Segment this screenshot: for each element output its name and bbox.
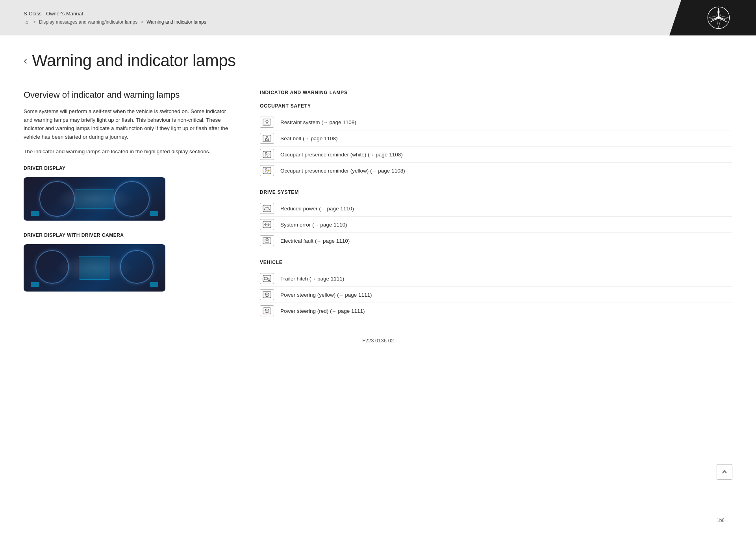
reduced-power-icon [260,203,274,214]
list-item: Restraint system (→ page 1108) [260,114,732,130]
power-steering-yellow-text: Power steering (yellow) (→ page 1111) [280,292,372,298]
svg-point-9 [266,136,268,138]
overview-heading: Overview of indicator and warning lamps [24,90,228,100]
electrical-fault-text: Electrical fault (→ page 1110) [280,238,350,244]
occupant-safety-title: OCCUPANT SAFETY [260,103,732,109]
occupant-safety-list: Restraint system (→ page 1108) Seat belt… [260,114,732,178]
power-steering-red-icon [260,305,274,316]
chevron-up-icon [722,469,727,475]
svg-rect-10 [263,151,271,158]
breadcrumb-sep-1: > [33,19,36,25]
svg-point-12 [268,154,269,155]
svg-point-31 [267,294,268,295]
mercedes-star-icon [707,6,730,30]
indicator-right-2-icon [150,282,158,287]
vehicle-title: VEHICLE [260,260,732,265]
restraint-text: Restraint system (→ page 1108) [280,119,356,125]
svg-rect-13 [263,167,271,174]
gauge-right-2-icon [120,250,154,284]
right-main-title: INDICATOR AND WARNING LAMPS [260,90,732,95]
trailer-hitch-text: Trailer hitch (→ page 1111) [280,276,344,282]
list-item: Power steering (red) (→ page 1111) [260,303,732,319]
svg-point-15 [268,170,269,171]
left-column: Overview of indicator and warning lamps … [24,90,228,330]
svg-point-11 [265,152,267,154]
svg-rect-6 [263,119,271,125]
description-paragraph-2: The indicator and warning lamps are loca… [24,147,228,156]
gauge-left-2-icon [35,250,69,284]
center-display-icon [75,189,114,209]
occupant-presence-white-text: Occupant presence reminder (white) (→ pa… [280,152,403,158]
occupant-presence-white-icon [260,149,274,160]
power-steering-yellow-icon [260,289,274,300]
page-number: 1b6 [717,518,724,523]
list-item: Power steering (yellow) (→ page 1111) [260,287,732,303]
driver-display-camera-image [24,244,165,292]
trailer-hitch-icon [260,273,274,284]
driver-display-camera-label: DRIVER DISPLAY WITH DRIVER CAMERA [24,232,228,238]
page-title-row: ‹ Warning and indicator lamps [24,51,732,70]
occupant-presence-yellow-icon [260,165,274,176]
home-icon[interactable]: ⌂ [24,19,30,25]
power-steering-red-text: Power steering (red) (→ page 1111) [280,308,365,314]
svg-point-27 [268,279,270,281]
right-column: INDICATOR AND WARNING LAMPS OCCUPANT SAF… [260,90,732,330]
gauge-right-icon [114,181,150,217]
page-title: Warning and indicator lamps [32,51,235,70]
doc-code: F223 0136 02 [362,338,394,344]
indicator-right-icon [150,211,158,216]
seatbelt-text: Seat belt (→ page 1108) [280,136,338,141]
list-item: System error (→ page 1110) [260,217,732,233]
description-paragraph-1: Some systems will perform a self-test wh… [24,107,228,141]
list-item: Reduced power (→ page 1110) [260,201,732,217]
drive-system-title: DRIVE SYSTEM [260,189,732,195]
camera-display-icon [79,256,110,280]
system-error-text: System error (→ page 1110) [280,222,347,228]
list-item: Occupant presence reminder (white) (→ pa… [260,147,732,163]
vehicle-list: Trailer hitch (→ page 1111) Power steeri… [260,271,732,319]
restraint-icon [260,117,274,128]
vehicle-section: VEHICLE Trailer hitch (→ page 1111) Powe… [260,260,732,319]
svg-point-37 [267,310,268,312]
list-item: Electrical fault (→ page 1110) [260,233,732,249]
mercedes-logo-area [669,0,756,35]
manual-title: S-Class - Owner's Manual [24,11,206,17]
svg-rect-16 [263,205,271,212]
back-chevron-icon[interactable]: ‹ [24,55,27,66]
page-footer: F223 0136 02 [24,330,732,355]
occupant-presence-yellow-text: Occupant presence reminder (yellow) (→ p… [280,168,405,174]
svg-rect-21 [265,239,269,242]
gauge-left-icon [39,181,75,217]
svg-point-7 [266,120,268,123]
driver-display-label: DRIVER DISPLAY [24,165,228,171]
scroll-top-button[interactable] [717,464,732,480]
seatbelt-icon [260,133,274,144]
system-error-icon [260,219,274,230]
svg-rect-26 [264,277,267,280]
indicator-left-2-icon [31,282,39,287]
electrical-fault-icon [260,235,274,246]
reduced-power-text: Reduced power (→ page 1110) [280,206,354,212]
svg-rect-20 [263,238,271,244]
list-item: Seat belt (→ page 1108) [260,130,732,147]
svg-rect-23 [267,238,268,239]
list-item: Occupant presence reminder (yellow) (→ p… [260,163,732,178]
main-content: ‹ Warning and indicator lamps Overview o… [0,35,756,379]
page-header: S-Class - Owner's Manual ⌂ > Display mes… [0,0,756,35]
breadcrumb-sep-2: > [141,19,143,25]
header-left: S-Class - Owner's Manual ⌂ > Display mes… [24,11,206,25]
drive-system-section: DRIVE SYSTEM Reduced power (→ page 1110)… [260,189,732,249]
breadcrumb-current: Warning and indicator lamps [146,19,206,25]
content-columns: Overview of indicator and warning lamps … [24,90,732,330]
svg-point-14 [265,169,267,170]
breadcrumb-parent[interactable]: Display messages and warning/indicator l… [39,19,137,25]
svg-rect-22 [266,238,267,239]
list-item: Trailer hitch (→ page 1111) [260,271,732,287]
driver-display-image [24,177,165,221]
occupant-safety-section: OCCUPANT SAFETY Restraint system (→ page… [260,103,732,178]
drive-system-list: Reduced power (→ page 1110) System error… [260,201,732,249]
indicator-left-icon [31,211,39,216]
breadcrumb: ⌂ > Display messages and warning/indicat… [24,19,206,25]
